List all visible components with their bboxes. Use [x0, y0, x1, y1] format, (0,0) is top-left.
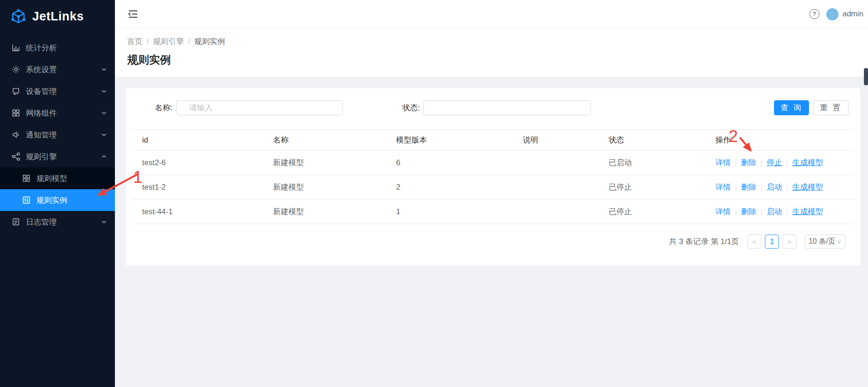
sidebar-item-rule-engine[interactable]: 规则引擎 — [0, 146, 115, 167]
action-link[interactable]: 生成模型 — [792, 158, 823, 167]
cell-actions: 详情|删除|停止|生成模型 — [705, 151, 854, 175]
topbar: ? admin — [115, 0, 868, 29]
action-separator: | — [786, 183, 788, 191]
action-link[interactable]: 删除 — [741, 183, 756, 191]
cell-name: 新建模型 — [263, 151, 386, 175]
log-icon — [11, 217, 20, 226]
cell-id: test-44-1 — [132, 200, 263, 224]
cell-id: test2-6 — [132, 151, 263, 175]
sidebar-item-device[interactable]: 设备管理 — [0, 80, 115, 102]
sidebar-item-rule-instance[interactable]: 规则实例 — [0, 189, 115, 211]
sidebar-item-label: 日志管理 — [26, 217, 57, 227]
sidebar: JetLinks 统计分析系统设置设备管理网络组件通知管理规则引擎规则模型规则实… — [0, 0, 115, 387]
breadcrumb-current: 规则实例 — [194, 36, 225, 47]
status-filter-select[interactable] — [423, 100, 591, 115]
action-separator: | — [735, 158, 737, 167]
breadcrumb: 首页 / 规则引擎 / 规则实例 — [127, 36, 857, 47]
table-wrap: id名称模型版本说明状态操作 test2-6新建模型6已启动详情|删除|停止|生… — [132, 129, 854, 224]
pagination: 共 3 条记录 第 1/1页 < 1 > 10 条/页 ∨ — [126, 235, 845, 249]
column-header: id — [132, 130, 263, 151]
page-title: 规则实例 — [127, 53, 857, 67]
main-area: ? admin 首页 / 规则引擎 / 规则实例 规则实例 名称: — [115, 0, 868, 387]
sidebar-item-network[interactable]: 网络组件 — [0, 102, 115, 124]
name-filter-input[interactable] — [176, 100, 343, 115]
menu-fold-icon[interactable] — [127, 8, 139, 20]
breadcrumb-rule-engine[interactable]: 规则引擎 — [153, 36, 184, 47]
chevron-up-icon — [101, 154, 107, 159]
chevron-down-icon — [101, 88, 107, 94]
cell-version: 2 — [386, 175, 512, 200]
action-link[interactable]: 停止 — [767, 158, 782, 167]
brand-name: JetLinks — [32, 10, 84, 24]
prev-page-button[interactable]: < — [747, 235, 761, 249]
app-window: JetLinks 统计分析系统设置设备管理网络组件通知管理规则引擎规则模型规则实… — [0, 0, 868, 387]
table-row: test1-2新建模型2已停止详情|删除|启动|生成模型 — [132, 175, 854, 200]
sidebar-item-label: 网络组件 — [26, 108, 57, 118]
username: admin — [843, 10, 863, 19]
rule-instance-table: id名称模型版本说明状态操作 test2-6新建模型6已启动详情|删除|停止|生… — [132, 129, 854, 224]
share-icon — [11, 152, 20, 161]
table-body: test2-6新建模型6已启动详情|删除|停止|生成模型test1-2新建模型2… — [132, 151, 854, 224]
cell-status: 已停止 — [598, 175, 705, 200]
chevron-down-icon: ∨ — [837, 238, 842, 245]
chevron-down-icon — [101, 219, 107, 225]
column-header: 模型版本 — [386, 130, 512, 151]
page-header: 首页 / 规则引擎 / 规则实例 规则实例 — [115, 29, 868, 77]
table-row: test2-6新建模型6已启动详情|删除|停止|生成模型 — [132, 151, 854, 175]
user-menu[interactable]: admin — [826, 8, 863, 20]
help-icon[interactable]: ? — [809, 9, 819, 19]
action-link[interactable]: 删除 — [741, 158, 756, 167]
chevron-down-icon — [101, 110, 107, 116]
action-link[interactable]: 启动 — [767, 207, 782, 216]
table-header-row: id名称模型版本说明状态操作 — [132, 130, 854, 151]
breadcrumb-home[interactable]: 首页 — [127, 36, 143, 47]
name-filter-label: 名称: — [155, 103, 173, 113]
action-separator: | — [735, 207, 737, 216]
action-link[interactable]: 生成模型 — [792, 183, 823, 191]
sidebar-item-label: 系统设置 — [26, 64, 57, 75]
reset-button[interactable]: 重 置 — [813, 100, 848, 115]
sidebar-item-system[interactable]: 系统设置 — [0, 59, 115, 80]
sidebar-item-log[interactable]: 日志管理 — [0, 211, 115, 233]
page-size-select[interactable]: 10 条/页 ∨ — [805, 235, 845, 249]
sidebar-item-label: 统计分析 — [26, 43, 57, 53]
sidebar-item-notification[interactable]: 通知管理 — [0, 124, 115, 146]
topbar-right: ? admin — [809, 8, 863, 20]
action-link[interactable]: 详情 — [715, 183, 731, 191]
scrollbar-thumb[interactable] — [864, 68, 868, 85]
action-separator: | — [760, 207, 762, 216]
action-separator: | — [786, 207, 788, 216]
cell-actions: 详情|删除|启动|生成模型 — [705, 200, 854, 224]
column-header: 操作 — [705, 130, 854, 151]
sidebar-item-label: 规则模型 — [36, 173, 67, 184]
action-separator: | — [786, 158, 788, 167]
device-icon — [11, 87, 20, 96]
action-link[interactable]: 启动 — [767, 183, 782, 191]
action-link[interactable]: 删除 — [741, 207, 756, 216]
next-page-button[interactable]: > — [783, 235, 797, 249]
query-button[interactable]: 查 询 — [774, 100, 809, 115]
brand-logo[interactable]: JetLinks — [0, 0, 115, 33]
cell-status: 已启动 — [598, 151, 705, 175]
content: 名称: 状态: 查 询 重 置 — [115, 77, 868, 265]
page-1-button[interactable]: 1 — [765, 235, 779, 249]
action-link[interactable]: 详情 — [715, 158, 731, 167]
sidebar-submenu: 规则模型规则实例 — [0, 167, 115, 211]
chevron-down-icon — [101, 132, 107, 137]
status-filter-label: 状态: — [402, 103, 420, 113]
action-link[interactable]: 详情 — [715, 207, 731, 216]
card: 名称: 状态: 查 询 重 置 — [126, 88, 860, 265]
sidebar-item-statistics[interactable]: 统计分析 — [0, 37, 115, 59]
cell-description — [512, 151, 598, 175]
action-link[interactable]: 生成模型 — [792, 207, 823, 216]
cell-name: 新建模型 — [263, 200, 386, 224]
filter-row: 名称: 状态: 查 询 重 置 — [126, 88, 860, 115]
sidebar-item-label: 通知管理 — [26, 130, 57, 140]
chevron-down-icon — [101, 67, 107, 72]
breadcrumb-separator: / — [188, 37, 190, 46]
grid-icon — [11, 108, 20, 118]
cell-id: test1-2 — [132, 175, 263, 200]
sidebar-item-rule-model[interactable]: 规则模型 — [0, 167, 115, 189]
action-separator: | — [735, 183, 737, 191]
page-size-value: 10 条/页 — [808, 237, 835, 246]
